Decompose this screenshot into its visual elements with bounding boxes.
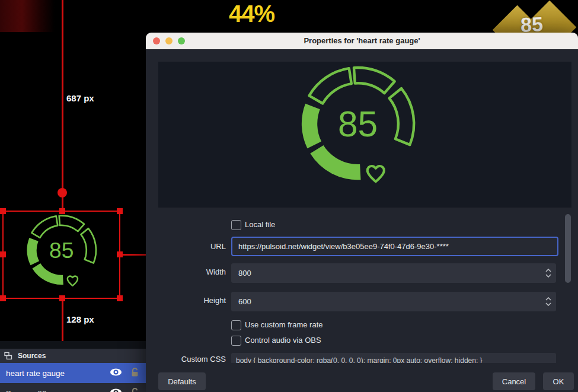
control-audio-label: Control audio via OBS <box>245 336 321 345</box>
unlock-icon[interactable] <box>130 367 140 380</box>
source-row-heart-rate-gauge[interactable]: heart rate gauge <box>0 363 146 383</box>
height-measurement-label: 687 px <box>66 93 94 103</box>
sources-panel: Sources heart rate gauge <box>0 341 146 392</box>
horizontal-guide-line <box>121 254 146 256</box>
control-audio-checkbox[interactable] <box>231 336 241 346</box>
height-value: 600 <box>238 297 545 306</box>
rotation-handle[interactable] <box>58 188 67 197</box>
custom-css-field[interactable]: body { background-color: rgba(0, 0, 0, 0… <box>231 353 556 363</box>
height-label: Height <box>155 296 226 305</box>
url-input[interactable] <box>231 237 558 256</box>
height-spin-up-icon[interactable] <box>545 297 551 301</box>
custom-css-label: Custom CSS <box>155 355 226 363</box>
dialog-titlebar[interactable]: Properties for 'heart rate gauge' <box>146 33 578 49</box>
svg-text:85: 85 <box>338 104 378 144</box>
width-spin-down-icon[interactable] <box>545 274 551 278</box>
selection-handle-mid-right[interactable] <box>117 251 123 257</box>
source-label: Browser 36 <box>6 389 109 392</box>
heart-rate-gauge-source[interactable]: 85 <box>25 213 100 292</box>
width-spinbox[interactable]: 800 <box>231 263 556 283</box>
widget-preview-area: 85 <box>158 62 571 208</box>
sources-panel-header[interactable]: Sources <box>0 349 146 364</box>
width-spin-up-icon[interactable] <box>545 269 551 272</box>
width-label: Width <box>155 267 226 276</box>
svg-text:85: 85 <box>49 238 74 263</box>
local-file-label: Local file <box>245 220 275 229</box>
sources-panel-title: Sources <box>18 352 46 360</box>
cancel-button[interactable]: Cancel <box>493 372 535 390</box>
defaults-button[interactable]: Defaults <box>158 372 206 390</box>
obs-main-window: 44% 85 687 px 128 px 85 Sources <box>0 0 578 392</box>
vertical-guide-line <box>62 299 63 341</box>
dock-divider <box>0 341 146 349</box>
custom-framerate-label: Use custom frame rate <box>245 320 323 329</box>
source-label: heart rate gauge <box>6 369 109 378</box>
vertical-guide-line <box>62 0 63 211</box>
selection-handle-mid-left[interactable] <box>0 251 6 257</box>
url-label: URL <box>155 242 226 251</box>
height-spinbox[interactable]: 600 <box>231 292 556 311</box>
selection-handle-top-right[interactable] <box>117 208 123 214</box>
selection-handle-bottom-center[interactable] <box>59 295 65 301</box>
width-measurement-label: 128 px <box>66 314 94 324</box>
percent-overlay-text: 44% <box>229 1 274 27</box>
source-row-browser-36[interactable]: Browser 36 <box>0 383 146 392</box>
ok-button[interactable]: OK <box>543 372 574 390</box>
dialog-scrollbar[interactable] <box>565 214 571 283</box>
heart-rate-gauge-preview: 85 <box>298 64 420 192</box>
dialog-title: Properties for 'heart rate gauge' <box>146 33 578 49</box>
selection-handle-top-left[interactable] <box>0 208 6 214</box>
width-value: 800 <box>238 269 545 278</box>
height-spin-down-icon[interactable] <box>545 302 551 306</box>
selection-handle-bottom-left[interactable] <box>0 295 6 301</box>
properties-dialog: Properties for 'heart rate gauge' 85 Loc… <box>146 33 578 392</box>
dialog-scroll-area: 85 Local file URL Width 800 Height 600 <box>146 49 578 363</box>
custom-framerate-checkbox[interactable] <box>231 320 241 330</box>
unlock-icon[interactable] <box>130 387 140 392</box>
visibility-eye-icon[interactable] <box>109 368 123 379</box>
local-file-checkbox[interactable] <box>231 220 241 230</box>
sources-panel-icon <box>4 352 12 360</box>
selection-handle-bottom-right[interactable] <box>117 295 123 301</box>
visibility-eye-icon[interactable] <box>109 388 123 392</box>
canvas-red-overlay <box>0 0 55 32</box>
